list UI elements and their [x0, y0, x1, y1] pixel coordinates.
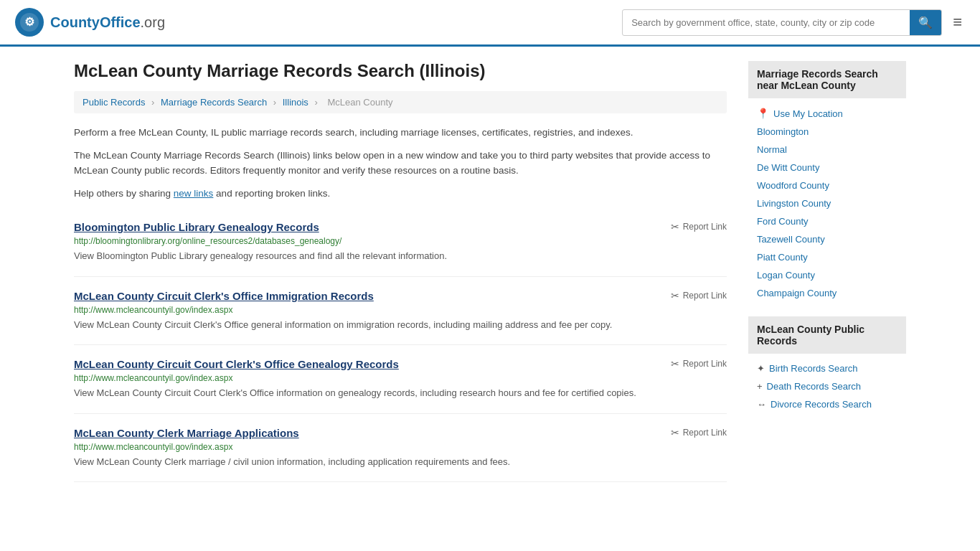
result-url-0: http://bloomingtonlibrary.org/online_res… — [74, 236, 727, 246]
site-logo-icon: ⚙ — [14, 7, 44, 37]
intro-paragraph3: Help others by sharing new links and rep… — [74, 186, 727, 202]
nearby-item: Woodford County — [748, 176, 906, 194]
nearby-item: Piatt County — [748, 248, 906, 266]
report-link-label-3: Report Link — [683, 428, 727, 438]
result-item: McLean County Clerk Marriage Application… — [74, 414, 727, 483]
nearby-item: Champaign County — [748, 284, 906, 302]
breadcrumb-mclean: McLean County — [327, 97, 392, 108]
result-title-2[interactable]: McLean County Circuit Court Clerk's Offi… — [74, 358, 399, 370]
public-record-icon-1: + — [757, 381, 763, 392]
nearby-item: Logan County — [748, 266, 906, 284]
result-url-3: http://www.mcleancountyil.gov/index.aspx — [74, 442, 727, 452]
report-icon-1: ✂ — [671, 290, 679, 301]
result-item: McLean County Circuit Court Clerk's Offi… — [74, 345, 727, 414]
hamburger-menu-icon[interactable]: ≡ — [949, 9, 966, 35]
intro-paragraph1: Perform a free McLean County, IL public … — [74, 125, 727, 141]
use-location-link[interactable]: Use My Location — [773, 108, 843, 119]
main-container: McLean County Marriage Records Search (I… — [60, 47, 920, 496]
nearby-link-0[interactable]: Bloomington — [757, 126, 809, 137]
result-desc-2: View McLean County Circuit Court Clerk's… — [74, 386, 727, 400]
logo-area: ⚙ CountyOffice.org — [14, 7, 165, 37]
report-link-label-0: Report Link — [683, 222, 727, 232]
result-header-3: McLean County Clerk Marriage Application… — [74, 427, 727, 439]
public-records-section: McLean County Public Records ✦ Birth Rec… — [748, 316, 906, 413]
public-record-link-0[interactable]: Birth Records Search — [769, 363, 858, 374]
result-item: McLean County Circuit Clerk's Office Imm… — [74, 277, 727, 346]
report-link-label-2: Report Link — [683, 359, 727, 369]
breadcrumb-illinois[interactable]: Illinois — [283, 97, 308, 108]
sidebar: Marriage Records Search near McLean Coun… — [748, 61, 906, 482]
page-title: McLean County Marriage Records Search (I… — [74, 61, 727, 81]
nearby-link-8[interactable]: Logan County — [757, 270, 815, 281]
nearby-link-5[interactable]: Ford County — [757, 216, 809, 227]
logo-text: CountyOffice.org — [50, 14, 165, 31]
report-link-label-1: Report Link — [683, 291, 727, 301]
nearby-link-4[interactable]: Livingston County — [757, 198, 831, 209]
result-title-3[interactable]: McLean County Clerk Marriage Application… — [74, 427, 299, 439]
nearby-item: Livingston County — [748, 194, 906, 212]
breadcrumb-marriage-records[interactable]: Marriage Records Search — [161, 97, 267, 108]
result-header-0: Bloomington Public Library Genealogy Rec… — [74, 221, 727, 233]
results-list: Bloomington Public Library Genealogy Rec… — [74, 208, 727, 482]
result-url-1: http://www.mcleancountyil.gov/index.aspx — [74, 305, 727, 315]
public-records-header: McLean County Public Records — [748, 316, 906, 354]
nearby-link-7[interactable]: Piatt County — [757, 252, 808, 263]
main-content: McLean County Marriage Records Search (I… — [74, 61, 727, 482]
public-records-item: + Death Records Search — [748, 377, 906, 395]
public-records-list: ✦ Birth Records Search + Death Records S… — [748, 359, 906, 413]
result-header-1: McLean County Circuit Clerk's Office Imm… — [74, 290, 727, 302]
nearby-item: Bloomington — [748, 123, 906, 141]
nearby-item: Ford County — [748, 212, 906, 230]
report-link-3[interactable]: ✂ Report Link — [671, 427, 727, 438]
intro-paragraph2: The McLean County Marriage Records Searc… — [74, 148, 727, 179]
search-bar: 🔍 — [622, 9, 942, 36]
result-desc-3: View McLean County Clerk marriage / civi… — [74, 455, 727, 469]
header-right: 🔍 ≡ — [622, 9, 966, 36]
result-title-1[interactable]: McLean County Circuit Clerk's Office Imm… — [74, 290, 374, 302]
search-input[interactable] — [623, 11, 910, 34]
result-url-2: http://www.mcleancountyil.gov/index.aspx — [74, 373, 727, 383]
result-desc-0: View Bloomington Public Library genealog… — [74, 249, 727, 263]
result-title-0[interactable]: Bloomington Public Library Genealogy Rec… — [74, 221, 319, 233]
public-record-icon-2: ↔ — [757, 399, 766, 410]
use-location: 📍 Use My Location — [748, 104, 906, 123]
public-record-link-1[interactable]: Death Records Search — [767, 381, 862, 392]
site-header: ⚙ CountyOffice.org 🔍 ≡ — [0, 0, 980, 47]
report-icon-0: ✂ — [671, 221, 679, 232]
breadcrumb: Public Records › Marriage Records Search… — [74, 91, 727, 113]
nearby-section: Marriage Records Search near McLean Coun… — [748, 61, 906, 302]
nearby-item: Normal — [748, 141, 906, 159]
public-record-icon-0: ✦ — [757, 363, 765, 374]
location-pin-icon: 📍 — [757, 108, 769, 119]
nearby-link-2[interactable]: De Witt County — [757, 162, 819, 173]
nearby-link-3[interactable]: Woodford County — [757, 180, 829, 191]
result-desc-1: View McLean County Circuit Clerk's Offic… — [74, 318, 727, 332]
report-icon-2: ✂ — [671, 358, 679, 369]
new-links-link[interactable]: new links — [174, 188, 214, 199]
public-record-link-2[interactable]: Divorce Records Search — [771, 399, 872, 410]
breadcrumb-public-records[interactable]: Public Records — [83, 97, 145, 108]
result-header-2: McLean County Circuit Court Clerk's Offi… — [74, 358, 727, 370]
result-item: Bloomington Public Library Genealogy Rec… — [74, 208, 727, 277]
nearby-item: De Witt County — [748, 159, 906, 176]
search-button[interactable]: 🔍 — [910, 10, 941, 35]
nearby-link-1[interactable]: Normal — [757, 144, 787, 155]
nearby-items-list: BloomingtonNormalDe Witt CountyWoodford … — [748, 123, 906, 302]
report-icon-3: ✂ — [671, 427, 679, 438]
nearby-item: Tazewell County — [748, 230, 906, 248]
nearby-link-6[interactable]: Tazewell County — [757, 234, 825, 245]
nearby-header: Marriage Records Search near McLean Coun… — [748, 61, 906, 98]
public-records-item: ✦ Birth Records Search — [748, 359, 906, 377]
report-link-2[interactable]: ✂ Report Link — [671, 358, 727, 369]
nearby-link-9[interactable]: Champaign County — [757, 288, 837, 298]
public-records-item: ↔ Divorce Records Search — [748, 395, 906, 413]
report-link-0[interactable]: ✂ Report Link — [671, 221, 727, 232]
report-link-1[interactable]: ✂ Report Link — [671, 290, 727, 301]
svg-text:⚙: ⚙ — [24, 16, 34, 28]
